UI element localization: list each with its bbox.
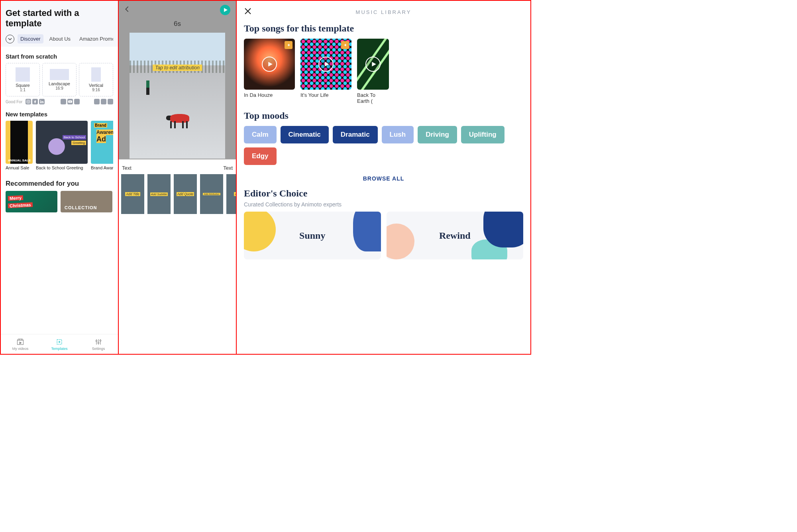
video-preview[interactable]: Tap to edit attribution [130, 33, 225, 159]
template-card[interactable]: Annual Sale [6, 121, 33, 170]
svg-rect-0 [27, 100, 30, 103]
top-songs-heading: Top songs for this template [244, 23, 523, 34]
template-card[interactable]: Back to School Greeting Back to School G… [36, 121, 88, 170]
nav-settings[interactable]: Settings [79, 334, 118, 354]
facebook-icon [61, 99, 66, 104]
clip-add-quote[interactable]: Add Quote [174, 174, 197, 214]
landscape-icon [50, 69, 69, 80]
template-name: Back to School Greeting [36, 165, 88, 170]
svg-point-6 [96, 340, 97, 341]
sparkle-badge-icon: ✦ [341, 41, 349, 49]
scratch-label: Landscape [49, 81, 70, 86]
clip-add-attribution[interactable]: Add Attribution [200, 174, 223, 214]
svg-rect-2 [40, 101, 41, 103]
skier-graphic [145, 80, 151, 98]
play-icon[interactable] [318, 57, 334, 72]
scratch-label: Vertical [89, 83, 103, 88]
mood-chip[interactable]: Driving [418, 126, 457, 143]
clip-add-title[interactable]: Add Title [121, 174, 144, 214]
nav-templates[interactable]: Templates [40, 334, 79, 354]
song-thumb: ✦ [244, 39, 295, 90]
play-icon[interactable] [262, 57, 277, 72]
svg-point-7 [98, 342, 99, 343]
duration-label: 6s [119, 1, 236, 28]
good-for-label: Good For [6, 100, 26, 104]
template-thumb: Brand AwarenessAd [91, 121, 113, 164]
top-moods-heading: Top moods [244, 110, 523, 121]
template-name: Brand Awareness [91, 165, 113, 170]
igtv-icon [101, 99, 106, 104]
tab-amazon-promo[interactable]: Amazon Promo [77, 34, 113, 43]
linkedin-icon [74, 99, 80, 104]
scratch-label: Square [16, 83, 29, 88]
template-thumb: Back to School Greeting [36, 121, 88, 164]
text-label-left: Text [122, 165, 132, 171]
recommended-card[interactable]: Merry Christmas [6, 191, 57, 212]
editor-screen: 6s Tap to edit attribution Text Text Add… [119, 1, 237, 354]
nav-label: Templates [51, 347, 67, 351]
scratch-ratio: 1:1 [20, 88, 26, 92]
mood-chip[interactable]: Calm [244, 126, 277, 143]
recommended-card[interactable] [61, 191, 112, 212]
editors-choice-subtitle: Curated Collections by Animoto experts [244, 201, 523, 208]
back-button[interactable] [124, 6, 131, 14]
mood-chip[interactable]: Edgy [244, 147, 277, 165]
collection-card-sunny[interactable]: Sunny [244, 212, 381, 259]
scratch-square[interactable]: Square 1:1 [6, 63, 40, 96]
instagram-icon [94, 99, 100, 104]
song-name: It's Your Life [300, 92, 351, 98]
text-clips-strip[interactable]: Add Title Add Subtitle Add Quote Add Att… [119, 174, 236, 218]
category-tabs: Discover About Us Amazon Promo Behind [6, 34, 113, 43]
template-thumb [6, 121, 33, 164]
linkedin-icon [39, 99, 45, 104]
new-templates-heading: New templates [6, 111, 113, 118]
vertical-icon [91, 67, 101, 82]
text-label-right: Text [223, 165, 233, 171]
attribution-overlay[interactable]: Tap to edit attribution [153, 65, 202, 71]
nav-my-videos[interactable]: My videos [1, 334, 40, 354]
song-card[interactable]: Back To Earth ( [357, 39, 389, 104]
play-icon[interactable] [365, 57, 381, 72]
scratch-vertical[interactable]: Vertical 9:16 [79, 63, 113, 96]
svg-point-8 [100, 340, 101, 341]
scratch-ratio: 9:16 [92, 88, 100, 92]
close-button[interactable] [244, 7, 252, 17]
facebook-icon [108, 99, 113, 104]
song-name: In Da Houze [244, 92, 295, 98]
song-thumb: ✦ [300, 39, 351, 90]
mood-chip[interactable]: Dramatic [333, 126, 378, 143]
svg-point-1 [27, 101, 29, 102]
song-name: Back To Earth ( [357, 92, 389, 104]
clip-add[interactable]: Add [226, 174, 236, 214]
moods-grid: CalmCinematicDramaticLushDrivingUpliftin… [244, 126, 523, 165]
song-card[interactable]: ✦ In Da Houze [244, 39, 295, 104]
nav-label: Settings [92, 347, 105, 351]
clip-add-subtitle[interactable]: Add Subtitle [147, 174, 171, 214]
scratch-landscape[interactable]: Landscape 16:9 [42, 63, 77, 96]
editors-choice-heading: Editor's Choice [244, 188, 523, 199]
templates-screen: Get started with a template Discover Abo… [1, 1, 119, 354]
instagram-icon [26, 99, 31, 104]
play-button[interactable] [220, 5, 230, 15]
youtube-icon [67, 99, 73, 104]
template-card[interactable]: Brand AwarenessAd Brand Awareness [91, 121, 113, 170]
screen-title: MUSIC LIBRARY [252, 9, 515, 15]
collection-card-rewind[interactable]: Rewind [387, 212, 524, 259]
song-thumb [357, 39, 389, 90]
dog-graphic [165, 112, 196, 131]
bottom-nav: My videos Templates Settings [1, 334, 118, 354]
categories-dropdown[interactable] [6, 35, 14, 43]
recommended-heading: Recommended for you [6, 180, 113, 188]
nav-label: My videos [12, 347, 29, 351]
mood-chip[interactable]: Cinematic [281, 126, 329, 143]
sparkle-badge-icon: ✦ [285, 41, 292, 49]
mood-chip[interactable]: Uplifting [461, 126, 505, 143]
mood-chip[interactable]: Lush [382, 126, 414, 143]
tab-about-us[interactable]: About Us [47, 34, 73, 43]
template-name: Annual Sale [6, 165, 33, 170]
browse-all-link[interactable]: BROWSE ALL [237, 175, 530, 182]
tab-discover[interactable]: Discover [18, 34, 43, 43]
svg-point-3 [40, 100, 41, 101]
song-card[interactable]: ✦ It's Your Life [300, 39, 351, 104]
scratch-ratio: 16:9 [55, 86, 63, 90]
